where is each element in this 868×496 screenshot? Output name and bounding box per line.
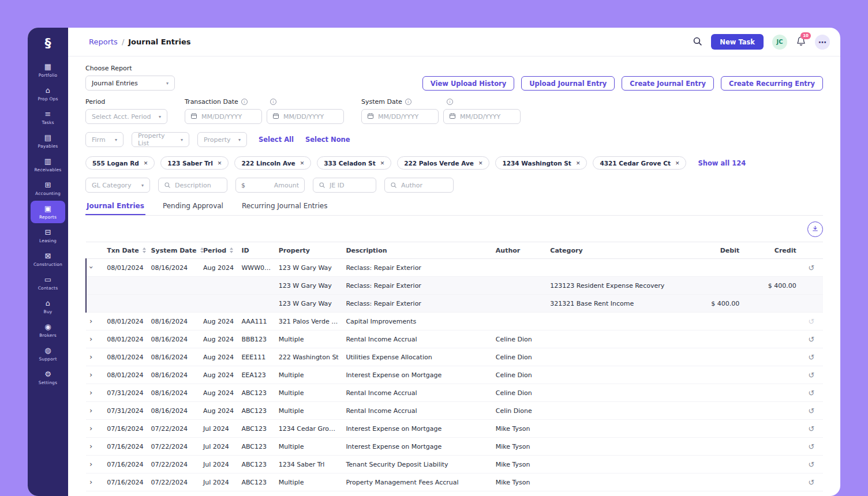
sidebar-item-support[interactable]: ◍ Support xyxy=(31,343,65,365)
search-icon xyxy=(164,180,171,191)
undo-icon[interactable]: ↺ xyxy=(808,442,814,451)
sidebar-item-prop-ops[interactable]: ⌂ Prop Ops xyxy=(31,82,65,105)
cell-author: Celine Dion xyxy=(492,384,547,402)
sidebar-item-leasing[interactable]: ⊟ Leasing xyxy=(31,224,65,247)
sort-icon[interactable] xyxy=(230,247,233,253)
period-select[interactable]: Select Acct. Period ▾ xyxy=(85,109,167,124)
info-icon[interactable]: i xyxy=(241,99,248,105)
undo-icon[interactable]: ↺ xyxy=(808,335,814,344)
sidebar-item-contacts[interactable]: ▭ Contacts xyxy=(31,272,65,294)
transaction-date-to-input[interactable]: MM/DD/YYYY xyxy=(267,109,344,124)
upload-journal-entry-button[interactable]: Upload Journal Entry xyxy=(521,76,615,91)
search-button[interactable] xyxy=(693,36,702,48)
undo-icon[interactable]: ↺ xyxy=(808,407,814,415)
close-icon[interactable]: ✕ xyxy=(218,160,222,166)
expand-row-icon[interactable]: › xyxy=(89,460,92,468)
close-icon[interactable]: ✕ xyxy=(576,160,581,166)
create-journal-entry-button[interactable]: Create Journal Entry xyxy=(622,76,714,91)
info-icon[interactable]: i xyxy=(405,99,411,105)
notifications-button[interactable]: 10 xyxy=(796,36,806,48)
tab-journal-entries[interactable]: Journal Entries xyxy=(85,202,145,215)
undo-icon[interactable]: ↺ xyxy=(808,317,814,326)
sidebar-item-payables[interactable]: ▤ Payables xyxy=(31,130,65,152)
property-chip-222-lincoln-ave[interactable]: 222 Lincoln Ave ✕ xyxy=(234,156,311,170)
sort-icon[interactable] xyxy=(143,247,146,253)
column-header-system-date[interactable]: System Date xyxy=(148,242,200,259)
undo-icon[interactable]: ↺ xyxy=(808,264,814,272)
column-header-period[interactable]: Period xyxy=(200,242,238,259)
undo-icon[interactable]: ↺ xyxy=(808,389,814,397)
sidebar-item-construction[interactable]: ⊠ Construction xyxy=(31,248,65,270)
cell-txn-date: 07/31/2024 xyxy=(103,384,147,402)
expand-row-icon[interactable]: › xyxy=(89,478,92,486)
select-none-link[interactable]: Select None xyxy=(305,136,350,144)
column-header-txn-date[interactable]: Txn Date xyxy=(103,242,147,259)
show-all-link[interactable]: Show all 124 xyxy=(698,159,746,167)
sidebar-item-buy[interactable]: ⌂ Buy xyxy=(31,295,65,318)
author-input[interactable] xyxy=(401,182,448,189)
sidebar-item-tasks[interactable]: ≡ Tasks xyxy=(31,106,65,129)
tab-recurring-journal-entries[interactable]: Recurring Journal Entries xyxy=(241,202,329,215)
expand-row-icon[interactable]: › xyxy=(89,335,92,343)
property-chip-222-palos-verde-ave[interactable]: 222 Palos Verde Ave ✕ xyxy=(397,156,489,170)
cell-id: ABC123 xyxy=(238,402,275,420)
journal-entry-row: › 08/01/2024 08/16/2024 Aug 2024 WWW072 … xyxy=(86,259,823,277)
close-icon[interactable]: ✕ xyxy=(380,160,385,166)
cell-period: Aug 2024 xyxy=(200,402,238,420)
property-chip-555-logan-rd[interactable]: 555 Logan Rd ✕ xyxy=(85,156,155,170)
view-upload-history-button[interactable]: View Upload History xyxy=(422,76,514,91)
firm-select[interactable]: Firm ▾ xyxy=(85,132,124,147)
amount-input[interactable] xyxy=(249,182,299,189)
property-chip-1234-washington-st[interactable]: 1234 Washington St ✕ xyxy=(495,156,587,170)
expand-row-icon[interactable]: › xyxy=(89,407,92,414)
breadcrumb-reports-link[interactable]: Reports xyxy=(89,37,118,46)
sidebar-item-receivables[interactable]: ▥ Receivables xyxy=(31,153,65,176)
undo-icon[interactable]: ↺ xyxy=(808,424,814,433)
transaction-date-from-input[interactable]: MM/DD/YYYY xyxy=(185,109,262,124)
download-button[interactable] xyxy=(807,221,823,237)
sidebar-item-reports[interactable]: ▣ Reports xyxy=(31,201,65,223)
tab-pending-approval[interactable]: Pending Approval xyxy=(162,202,225,215)
info-icon[interactable]: i xyxy=(447,99,453,105)
journal-entry-row: › 07/16/2024 07/22/2024 Jul 2024 ABC123 … xyxy=(86,438,823,456)
property-chip-333-celadon-st[interactable]: 333 Celadon St ✕ xyxy=(317,156,391,170)
sidebar-item-settings[interactable]: ⚙ Settings xyxy=(31,366,65,389)
expand-row-icon[interactable]: › xyxy=(89,317,92,325)
tasks-icon: ≡ xyxy=(45,110,51,118)
more-menu-button[interactable]: ⋯ xyxy=(815,35,830,50)
undo-icon[interactable]: ↺ xyxy=(808,478,814,487)
system-date-to-input[interactable]: MM/DD/YYYY xyxy=(443,109,521,124)
collapse-row-icon[interactable]: › xyxy=(88,266,95,269)
description-input[interactable] xyxy=(175,182,222,189)
property-chip-4321-cedar-grove-ct[interactable]: 4321 Cedar Grove Ct ✕ xyxy=(593,156,686,170)
report-select[interactable]: Journal Entries ▾ xyxy=(85,76,175,91)
expand-row-icon[interactable]: › xyxy=(89,442,92,450)
system-date-from-input[interactable]: MM/DD/YYYY xyxy=(361,109,439,124)
undo-icon[interactable]: ↺ xyxy=(808,371,814,379)
info-icon[interactable]: i xyxy=(270,99,276,105)
close-icon[interactable]: ✕ xyxy=(144,160,148,166)
sidebar-item-brokers[interactable]: ◉ Brokers xyxy=(31,319,65,341)
expand-row-icon[interactable]: › xyxy=(89,371,92,378)
expand-row-icon[interactable]: › xyxy=(89,389,92,396)
choose-report-group: Choose Report Journal Entries ▾ xyxy=(85,65,175,91)
undo-icon[interactable]: ↺ xyxy=(808,353,814,362)
expand-row-icon[interactable]: › xyxy=(89,424,92,432)
je-id-input[interactable] xyxy=(330,182,371,189)
close-icon[interactable]: ✕ xyxy=(675,160,680,166)
property-list-select[interactable]: Property List ▾ xyxy=(132,132,189,147)
select-all-link[interactable]: Select All xyxy=(259,136,294,144)
new-task-button[interactable]: New Task xyxy=(711,34,764,50)
create-recurring-entry-button[interactable]: Create Recurring Entry xyxy=(721,76,823,91)
property-chip-123-saber-trl[interactable]: 123 Saber Trl ✕ xyxy=(160,156,229,170)
expand-row-icon[interactable]: › xyxy=(89,353,92,360)
close-icon[interactable]: ✕ xyxy=(478,160,483,166)
property-select[interactable]: Property ▾ xyxy=(197,132,247,147)
sidebar-item-portfolio[interactable]: ▦ Portfolio xyxy=(31,59,65,81)
gl-category-select[interactable]: GL Category ▾ xyxy=(85,178,150,193)
cell-property: 1234 Cedar Grove Ct xyxy=(275,420,343,438)
avatar[interactable]: JC xyxy=(772,35,787,50)
sidebar-item-accounting[interactable]: ⊞ Accounting xyxy=(31,177,65,200)
undo-icon[interactable]: ↺ xyxy=(808,460,814,469)
close-icon[interactable]: ✕ xyxy=(300,160,305,166)
